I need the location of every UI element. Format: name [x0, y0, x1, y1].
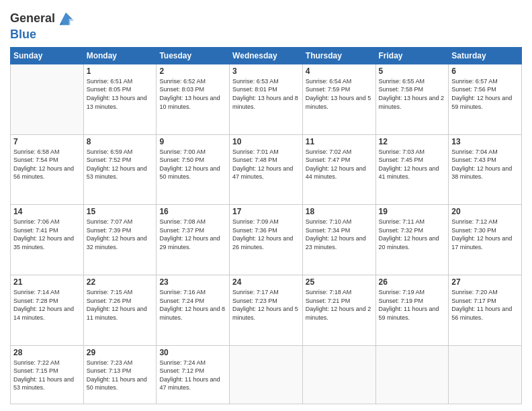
day-number: 19: [379, 207, 446, 216]
calendar-cell: 6 Sunrise: 6:57 AMSunset: 7:56 PMDayligh…: [449, 64, 522, 134]
day-number: 9: [159, 137, 226, 146]
day-number: 26: [379, 277, 446, 287]
day-number: 21: [13, 277, 81, 287]
cell-info: Sunrise: 7:15 AMSunset: 7:26 PMDaylight:…: [87, 288, 154, 322]
weekday-header: Wednesday: [230, 47, 303, 64]
cell-info: Sunrise: 7:16 AMSunset: 7:24 PMDaylight:…: [159, 288, 226, 322]
calendar-week-row: 7 Sunrise: 6:58 AMSunset: 7:54 PMDayligh…: [11, 134, 522, 205]
day-number: 2: [159, 66, 226, 76]
calendar-cell: 28 Sunrise: 7:22 AMSunset: 7:15 PMDaylig…: [11, 345, 84, 404]
calendar-cell: 17 Sunrise: 7:09 AMSunset: 7:36 PMDaylig…: [230, 205, 303, 275]
calendar-cell: 14 Sunrise: 7:06 AMSunset: 7:41 PMDaylig…: [11, 205, 84, 275]
cell-info: Sunrise: 7:02 AMSunset: 7:47 PMDaylight:…: [306, 148, 373, 181]
calendar-cell: 5 Sunrise: 6:55 AMSunset: 7:58 PMDayligh…: [375, 64, 449, 134]
day-number: 8: [87, 137, 154, 146]
calendar-cell: 4 Sunrise: 6:54 AMSunset: 7:59 PMDayligh…: [302, 64, 375, 134]
logo: General Blue: [10, 9, 75, 42]
calendar-cell: 25 Sunrise: 7:18 AMSunset: 7:21 PMDaylig…: [302, 275, 375, 345]
calendar-cell: 22 Sunrise: 7:15 AMSunset: 7:26 PMDaylig…: [83, 275, 157, 345]
calendar-cell: 23 Sunrise: 7:16 AMSunset: 7:24 PMDaylig…: [157, 275, 230, 345]
day-number: 15: [87, 207, 154, 216]
svg-marker-1: [62, 13, 75, 26]
cell-info: Sunrise: 6:58 AMSunset: 7:54 PMDaylight:…: [13, 148, 81, 181]
day-number: 13: [451, 137, 519, 146]
day-number: 20: [451, 207, 519, 216]
weekday-header-row: SundayMondayTuesdayWednesdayThursdayFrid…: [11, 47, 522, 64]
calendar-week-row: 28 Sunrise: 7:22 AMSunset: 7:15 PMDaylig…: [11, 345, 522, 404]
calendar-cell: [230, 345, 303, 404]
calendar-cell: 29 Sunrise: 7:23 AMSunset: 7:13 PMDaylig…: [83, 345, 157, 404]
logo-blue-text: Blue: [10, 28, 36, 41]
cell-info: Sunrise: 7:19 AMSunset: 7:19 PMDaylight:…: [379, 288, 446, 322]
calendar-cell: 27 Sunrise: 7:20 AMSunset: 7:17 PMDaylig…: [449, 275, 522, 345]
day-number: 17: [232, 207, 300, 216]
calendar-week-row: 14 Sunrise: 7:06 AMSunset: 7:41 PMDaylig…: [11, 205, 522, 275]
calendar-week-row: 1 Sunrise: 6:51 AMSunset: 8:05 PMDayligh…: [11, 64, 522, 134]
day-number: 1: [87, 66, 154, 76]
cell-info: Sunrise: 7:14 AMSunset: 7:28 PMDaylight:…: [13, 288, 81, 322]
calendar-cell: 8 Sunrise: 6:59 AMSunset: 7:52 PMDayligh…: [83, 134, 157, 205]
cell-info: Sunrise: 6:57 AMSunset: 7:56 PMDaylight:…: [451, 77, 519, 111]
calendar-cell: 7 Sunrise: 6:58 AMSunset: 7:54 PMDayligh…: [11, 134, 84, 205]
weekday-header: Friday: [375, 47, 449, 64]
day-number: 30: [159, 348, 226, 357]
calendar-cell: 9 Sunrise: 7:00 AMSunset: 7:50 PMDayligh…: [157, 134, 230, 205]
weekday-header: Monday: [83, 47, 157, 64]
calendar-cell: 15 Sunrise: 7:07 AMSunset: 7:39 PMDaylig…: [83, 205, 157, 275]
cell-info: Sunrise: 7:23 AMSunset: 7:13 PMDaylight:…: [87, 359, 154, 392]
calendar-cell: 19 Sunrise: 7:11 AMSunset: 7:32 PMDaylig…: [375, 205, 449, 275]
cell-info: Sunrise: 7:04 AMSunset: 7:43 PMDaylight:…: [451, 148, 519, 181]
calendar-cell: 20 Sunrise: 7:12 AMSunset: 7:30 PMDaylig…: [449, 205, 522, 275]
day-number: 27: [451, 277, 519, 287]
header: General Blue: [10, 7, 522, 42]
calendar-cell: 11 Sunrise: 7:02 AMSunset: 7:47 PMDaylig…: [302, 134, 375, 205]
day-number: 11: [306, 137, 373, 146]
cell-info: Sunrise: 7:07 AMSunset: 7:39 PMDaylight:…: [87, 218, 154, 251]
cell-info: Sunrise: 7:22 AMSunset: 7:15 PMDaylight:…: [13, 359, 81, 392]
calendar-cell: 10 Sunrise: 7:01 AMSunset: 7:48 PMDaylig…: [230, 134, 303, 205]
cell-info: Sunrise: 7:06 AMSunset: 7:41 PMDaylight:…: [13, 218, 81, 251]
cell-info: Sunrise: 7:00 AMSunset: 7:50 PMDaylight:…: [159, 148, 226, 181]
cell-info: Sunrise: 7:20 AMSunset: 7:17 PMDaylight:…: [451, 288, 519, 322]
cell-info: Sunrise: 6:51 AMSunset: 8:05 PMDaylight:…: [87, 77, 154, 111]
calendar-cell: 18 Sunrise: 7:10 AMSunset: 7:34 PMDaylig…: [302, 205, 375, 275]
cell-info: Sunrise: 7:24 AMSunset: 7:12 PMDaylight:…: [159, 359, 226, 392]
calendar-table: SundayMondayTuesdayWednesdayThursdayFrid…: [10, 47, 522, 404]
cell-info: Sunrise: 6:59 AMSunset: 7:52 PMDaylight:…: [87, 148, 154, 181]
cell-info: Sunrise: 7:01 AMSunset: 7:48 PMDaylight:…: [232, 148, 300, 181]
cell-info: Sunrise: 6:54 AMSunset: 7:59 PMDaylight:…: [306, 77, 373, 111]
day-number: 10: [232, 137, 300, 146]
calendar-cell: [302, 345, 375, 404]
cell-info: Sunrise: 7:09 AMSunset: 7:36 PMDaylight:…: [232, 218, 300, 251]
cell-info: Sunrise: 7:11 AMSunset: 7:32 PMDaylight:…: [379, 218, 446, 251]
cell-info: Sunrise: 7:10 AMSunset: 7:34 PMDaylight:…: [306, 218, 373, 251]
calendar-cell: 30 Sunrise: 7:24 AMSunset: 7:12 PMDaylig…: [157, 345, 230, 404]
weekday-header: Thursday: [302, 47, 375, 64]
calendar-cell: [11, 64, 84, 134]
day-number: 6: [451, 66, 519, 76]
calendar-cell: 21 Sunrise: 7:14 AMSunset: 7:28 PMDaylig…: [11, 275, 84, 345]
day-number: 18: [306, 207, 373, 216]
calendar-week-row: 21 Sunrise: 7:14 AMSunset: 7:28 PMDaylig…: [11, 275, 522, 345]
calendar-cell: 24 Sunrise: 7:17 AMSunset: 7:23 PMDaylig…: [230, 275, 303, 345]
page: General Blue SundayMondayTuesdayWednesda…: [0, 0, 532, 411]
calendar-cell: 26 Sunrise: 7:19 AMSunset: 7:19 PMDaylig…: [375, 275, 449, 345]
day-number: 28: [13, 348, 81, 357]
day-number: 7: [13, 137, 81, 146]
cell-info: Sunrise: 6:55 AMSunset: 7:58 PMDaylight:…: [379, 77, 446, 111]
day-number: 29: [87, 348, 154, 357]
day-number: 22: [87, 277, 154, 287]
cell-info: Sunrise: 7:12 AMSunset: 7:30 PMDaylight:…: [451, 218, 519, 251]
calendar-cell: [449, 345, 522, 404]
cell-info: Sunrise: 6:52 AMSunset: 8:03 PMDaylight:…: [159, 77, 226, 111]
day-number: 23: [159, 277, 226, 287]
cell-info: Sunrise: 7:03 AMSunset: 7:45 PMDaylight:…: [379, 148, 446, 181]
logo-icon: [56, 9, 75, 28]
day-number: 4: [306, 66, 373, 76]
cell-info: Sunrise: 7:17 AMSunset: 7:23 PMDaylight:…: [232, 288, 300, 322]
day-number: 25: [306, 277, 373, 287]
weekday-header: Tuesday: [157, 47, 230, 64]
calendar-cell: 1 Sunrise: 6:51 AMSunset: 8:05 PMDayligh…: [83, 64, 157, 134]
calendar-cell: 3 Sunrise: 6:53 AMSunset: 8:01 PMDayligh…: [230, 64, 303, 134]
calendar-cell: 16 Sunrise: 7:08 AMSunset: 7:37 PMDaylig…: [157, 205, 230, 275]
